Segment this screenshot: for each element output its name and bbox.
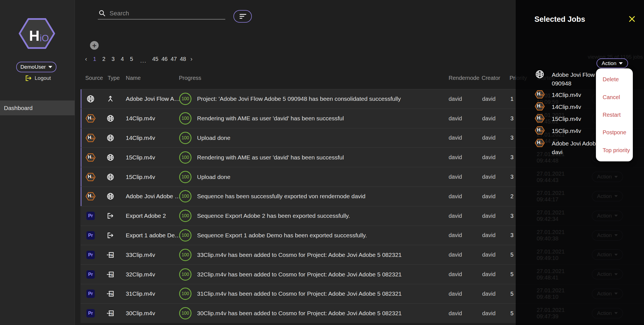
action-menu: Delete Cancel Restart Postpone Top prior… bbox=[596, 68, 633, 161]
col-progress: Progress bbox=[179, 75, 201, 81]
progress-ring: 100 bbox=[179, 284, 191, 304]
rendernode-value: david bbox=[449, 226, 479, 245]
type-consolidate-icon bbox=[106, 89, 115, 109]
job-message: Sequence has been successfully exported … bbox=[197, 187, 449, 206]
hco-icon: Hco bbox=[534, 114, 545, 123]
search-input[interactable] bbox=[109, 9, 225, 17]
source-hco-icon: Hco bbox=[85, 128, 96, 148]
next-page-button[interactable]: › bbox=[188, 56, 195, 63]
menu-item-cancel[interactable]: Cancel bbox=[596, 94, 633, 101]
creator-value: david bbox=[482, 284, 507, 304]
job-name: Adobe Jovi Adobe bbox=[552, 140, 599, 147]
user-menu-button[interactable]: DemoUser bbox=[16, 62, 56, 72]
user-name: DemoUser bbox=[20, 64, 46, 70]
bulk-action-button[interactable]: Action bbox=[596, 58, 628, 68]
source-web-icon bbox=[85, 89, 96, 109]
progress-ring: 100 bbox=[179, 109, 191, 128]
creator-value: david bbox=[482, 226, 507, 245]
page-45[interactable]: 45 bbox=[151, 56, 160, 62]
panel-title: Selected Jobs bbox=[534, 15, 585, 24]
source-hco-icon: Hco bbox=[85, 148, 96, 167]
creator-value: david bbox=[482, 89, 507, 109]
page-3[interactable]: 3 bbox=[108, 56, 118, 62]
close-icon[interactable] bbox=[628, 15, 636, 23]
rendernode-value: david bbox=[449, 148, 479, 167]
hco-icon: Hco bbox=[534, 102, 545, 111]
type-add-to-cosmo-icon bbox=[106, 245, 115, 264]
rendernode-value: david bbox=[449, 304, 479, 323]
rendernode-value: david bbox=[449, 206, 479, 226]
page-5[interactable]: 5 bbox=[127, 56, 136, 62]
rendernode-value: david bbox=[449, 284, 479, 304]
filter-button[interactable] bbox=[233, 10, 252, 23]
creator-value: david bbox=[482, 128, 507, 148]
prev-page-button[interactable]: ‹ bbox=[82, 56, 90, 63]
job-name: Adobe Jovi Flow A bbox=[552, 71, 600, 78]
logo-letters-io: iO bbox=[40, 33, 49, 43]
rendernode-value: david bbox=[449, 128, 479, 148]
priority-value: 3 bbox=[507, 226, 513, 245]
pagination: ‹ 1 2 3 4 5 ... 45 46 47 48 › bbox=[82, 54, 195, 64]
job-message: Upload done bbox=[197, 128, 449, 148]
type-add-to-cosmo-icon bbox=[106, 284, 115, 304]
page-46[interactable]: 46 bbox=[160, 56, 169, 62]
pagination-ellipsis: ... bbox=[136, 58, 151, 64]
menu-item-delete[interactable]: Delete bbox=[596, 76, 633, 83]
menu-item-top-priority[interactable]: Top priority bbox=[596, 147, 633, 154]
source-hco-icon: Hco bbox=[85, 167, 96, 187]
job-message: 31Clip.m4v has been added to Cosmo for P… bbox=[197, 284, 449, 304]
menu-item-restart[interactable]: Restart bbox=[596, 112, 633, 118]
selected-indicator bbox=[80, 167, 82, 187]
creator-value: david bbox=[482, 187, 507, 206]
page-48[interactable]: 48 bbox=[178, 56, 188, 62]
dashboard-label: Dashboard bbox=[4, 105, 33, 111]
job-message: 30Clip.m4v has been added to Cosmo for P… bbox=[197, 304, 449, 323]
progress-ring: 100 bbox=[179, 265, 191, 284]
selected-indicator bbox=[80, 187, 82, 206]
hco-icon: Hco bbox=[534, 138, 545, 148]
page-1[interactable]: 1 bbox=[90, 56, 99, 62]
progress-ring: 100 bbox=[179, 167, 191, 187]
type-add-to-cosmo-icon bbox=[106, 265, 115, 284]
priority-value: 5 bbox=[507, 284, 513, 304]
sidebar-item-dashboard[interactable]: Dashboard bbox=[0, 101, 75, 115]
logo-letter-h: H bbox=[29, 28, 40, 44]
page-47[interactable]: 47 bbox=[169, 56, 178, 62]
col-rendernode: Rendernode bbox=[449, 75, 479, 81]
rendernode-value: david bbox=[449, 187, 479, 206]
priority-value: 2 bbox=[507, 187, 513, 206]
add-job-button[interactable]: + bbox=[90, 41, 99, 50]
hco-icon: Hco bbox=[534, 126, 545, 135]
page-2[interactable]: 2 bbox=[99, 56, 108, 62]
selected-indicator bbox=[80, 148, 82, 167]
progress-ring: 100 bbox=[179, 226, 191, 245]
priority-value: 3 bbox=[507, 167, 513, 187]
selected-indicator bbox=[80, 128, 82, 148]
creator-value: david bbox=[482, 167, 507, 187]
type-web-icon bbox=[106, 128, 115, 148]
priority-value: 3 bbox=[507, 148, 513, 167]
job-message: Rendering with AME as user 'david' has b… bbox=[197, 109, 449, 128]
priority-value: 3 bbox=[507, 206, 513, 226]
source-hco-icon: Hco bbox=[85, 109, 96, 128]
creator-value: david bbox=[482, 265, 507, 284]
progress-ring: 100 bbox=[179, 245, 191, 264]
priority-value: 3 bbox=[507, 109, 513, 128]
job-message: 33Clip.m4v has been added to Cosmo for P… bbox=[197, 245, 449, 264]
type-export-icon bbox=[106, 206, 115, 226]
creator-value: david bbox=[482, 109, 507, 128]
job-message: Rendering with AME as user 'david' has b… bbox=[197, 148, 449, 167]
page-4[interactable]: 4 bbox=[118, 56, 127, 62]
col-creator: Creator bbox=[482, 75, 500, 81]
menu-item-postpone[interactable]: Postpone bbox=[596, 129, 633, 136]
source-premiere-icon: Pr bbox=[85, 206, 96, 226]
chevron-down-icon bbox=[48, 66, 52, 68]
job-message: Sequence Export Adobe 2 has been exporte… bbox=[197, 206, 449, 226]
selected-indicator bbox=[80, 89, 82, 109]
rendernode-value: david bbox=[449, 89, 479, 109]
job-message: Upload done bbox=[197, 167, 449, 187]
rendernode-value: david bbox=[449, 167, 479, 187]
type-web-icon bbox=[106, 109, 115, 128]
priority-value: 3 bbox=[507, 128, 513, 148]
progress-ring: 100 bbox=[179, 187, 191, 206]
